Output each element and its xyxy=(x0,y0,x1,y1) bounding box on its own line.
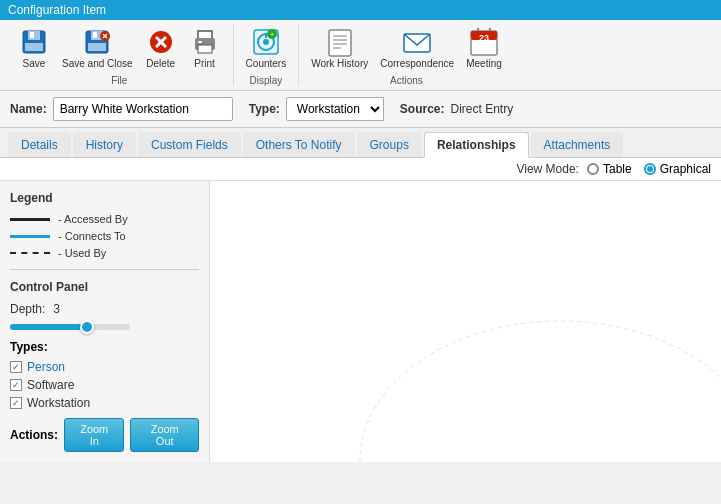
software-checkbox xyxy=(10,379,22,391)
divider-1 xyxy=(10,269,199,270)
title-bar-label: Configuration Item xyxy=(8,3,106,17)
delete-button[interactable]: Delete xyxy=(141,24,181,71)
name-field: Name: xyxy=(10,97,233,121)
radio-graphical-label: Graphical xyxy=(660,162,711,176)
name-input[interactable] xyxy=(53,97,233,121)
radio-table-label: Table xyxy=(603,162,632,176)
tab-others-to-notify[interactable]: Others To Notify xyxy=(243,132,355,157)
correspondence-button[interactable]: Correspondence xyxy=(376,24,458,71)
actions-label: Actions: xyxy=(10,428,58,442)
correspondence-label: Correspondence xyxy=(380,58,454,69)
person-label: Person xyxy=(27,360,65,374)
checkbox-software[interactable]: Software xyxy=(10,378,199,392)
svg-text:23: 23 xyxy=(479,33,489,43)
save-button[interactable]: Save xyxy=(14,24,54,71)
depth-slider[interactable] xyxy=(10,324,130,330)
name-label: Name: xyxy=(10,102,47,116)
file-group-label: File xyxy=(111,75,127,86)
svg-rect-16 xyxy=(198,45,212,53)
person-checkbox xyxy=(10,361,22,373)
save-and-close-icon xyxy=(81,26,113,58)
legend-line-dashed-black xyxy=(10,252,50,254)
print-label: Print xyxy=(194,58,215,69)
meeting-label: Meeting xyxy=(466,58,502,69)
toolbar: Save Save and Close xyxy=(0,20,721,91)
depth-label: Depth: xyxy=(10,302,45,316)
legend-used-by-label: - Used By xyxy=(58,247,106,259)
workstation-checkbox xyxy=(10,397,22,409)
work-history-button[interactable]: Work History xyxy=(307,24,372,71)
legend-used-by: - Used By xyxy=(10,247,199,259)
workstation-label: Workstation xyxy=(27,396,90,410)
save-and-close-button[interactable]: Save and Close xyxy=(58,24,137,71)
svg-rect-7 xyxy=(88,43,106,51)
depth-value: 3 xyxy=(53,302,60,316)
svg-rect-17 xyxy=(198,41,202,43)
counters-icon: + xyxy=(250,26,282,58)
work-history-icon xyxy=(324,26,356,58)
graph-layout: Legend - Accessed By - Connects To - Use… xyxy=(0,181,721,462)
tabs-bar: Details History Custom Fields Others To … xyxy=(0,128,721,158)
source-label: Source: xyxy=(400,102,445,116)
work-history-label: Work History xyxy=(311,58,368,69)
save-icon xyxy=(18,26,50,58)
legend-line-solid-blue xyxy=(10,235,50,238)
counters-label: Counters xyxy=(246,58,287,69)
tab-custom-fields[interactable]: Custom Fields xyxy=(138,132,241,157)
save-and-close-label: Save and Close xyxy=(62,58,133,69)
legend-accessed-by-label: - Accessed By xyxy=(58,213,128,225)
view-mode-bar: View Mode: Table Graphical xyxy=(0,158,721,181)
title-bar: Configuration Item xyxy=(0,0,721,20)
save-label: Save xyxy=(23,58,46,69)
legend-line-solid-black xyxy=(10,218,50,221)
counters-button[interactable]: + Counters xyxy=(242,24,291,71)
svg-line-41 xyxy=(670,449,721,462)
meeting-button[interactable]: 23 Meeting xyxy=(462,24,506,71)
tab-history[interactable]: History xyxy=(73,132,136,157)
meeting-icon: 23 xyxy=(468,26,500,58)
graph-lines-svg xyxy=(210,181,721,462)
checkbox-workstation[interactable]: Workstation xyxy=(10,396,199,410)
source-value: Direct Entry xyxy=(451,102,514,116)
print-icon xyxy=(189,26,221,58)
radio-graphical[interactable]: Graphical xyxy=(644,162,711,176)
tab-relationships[interactable]: Relationships xyxy=(424,132,529,158)
view-mode-radio-group: Table Graphical xyxy=(587,162,711,176)
svg-rect-3 xyxy=(25,43,43,51)
tab-groups[interactable]: Groups xyxy=(357,132,422,157)
zoom-in-button[interactable]: Zoom In xyxy=(64,418,124,452)
control-panel-title: Control Panel xyxy=(10,280,199,294)
tab-attachments[interactable]: Attachments xyxy=(531,132,624,157)
source-field: Source: Direct Entry xyxy=(400,102,513,116)
toolbar-group-actions: Work History Correspondence 23 xyxy=(299,24,514,86)
left-panel: Legend - Accessed By - Connects To - Use… xyxy=(0,181,210,462)
delete-icon xyxy=(145,26,177,58)
type-field: Type: Workstation xyxy=(249,97,384,121)
main-content: View Mode: Table Graphical Legend - Acce… xyxy=(0,158,721,462)
form-area: Name: Type: Workstation Source: Direct E… xyxy=(0,91,721,128)
svg-rect-14 xyxy=(198,31,212,39)
delete-label: Delete xyxy=(146,58,175,69)
toolbar-group-file: Save Save and Close xyxy=(6,24,234,86)
software-label: Software xyxy=(27,378,74,392)
types-label: Types: xyxy=(10,340,199,354)
legend-accessed-by: - Accessed By xyxy=(10,213,199,225)
legend-connects-to: - Connects To xyxy=(10,230,199,242)
radio-table[interactable]: Table xyxy=(587,162,632,176)
legend-connects-to-label: - Connects To xyxy=(58,230,126,242)
slider-thumb xyxy=(80,320,94,334)
actions-row: Actions: Zoom In Zoom Out xyxy=(10,418,199,452)
actions-group-label: Actions xyxy=(390,75,423,86)
depth-row: Depth: 3 xyxy=(10,302,199,316)
correspondence-icon xyxy=(401,26,433,58)
type-select[interactable]: Workstation xyxy=(286,97,384,121)
svg-point-20 xyxy=(263,39,269,45)
legend-title: Legend xyxy=(10,191,199,205)
checkbox-person[interactable]: Person xyxy=(10,360,199,374)
tab-details[interactable]: Details xyxy=(8,132,71,157)
svg-rect-24 xyxy=(329,30,351,56)
print-button[interactable]: Print xyxy=(185,24,225,71)
slider-fill xyxy=(10,324,82,330)
view-mode-label: View Mode: xyxy=(516,162,578,176)
zoom-out-button[interactable]: Zoom Out xyxy=(130,418,199,452)
